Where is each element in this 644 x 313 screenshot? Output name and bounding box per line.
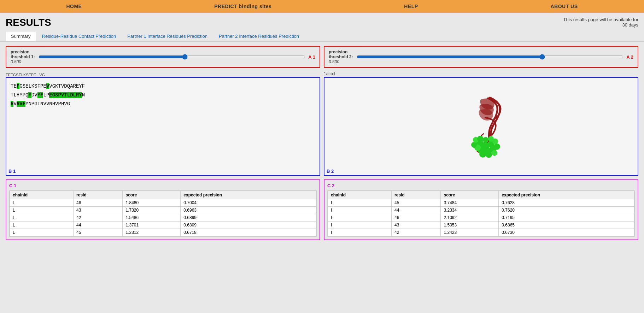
cell-score: 1.2423: [441, 229, 499, 236]
threshold1-label1: precision: [11, 49, 35, 54]
aa-residue: Y: [19, 92, 22, 98]
aa-residue: K: [31, 83, 34, 89]
cell-chainid: I: [328, 214, 392, 222]
c1-label: C 1: [9, 183, 317, 188]
sequence-display[interactable]: TEFGSELKSFPEVVGKTVDQAREYFTLHYPQYDVYFLPEG…: [6, 78, 320, 170]
aa-residue: E: [13, 83, 16, 89]
tabs-bar: Summary Residue-Residue Contact Predicti…: [0, 30, 644, 42]
c2-table-wrapper[interactable]: chainId resId score expected precision I…: [327, 190, 635, 237]
cell-ep: 0.6865: [499, 222, 634, 229]
cell-ep: 0.7628: [499, 199, 634, 207]
cell-resid: 42: [74, 214, 123, 222]
aa-residue: K: [55, 83, 58, 89]
c1-table-wrapper[interactable]: chainId resId score expected precision L…: [9, 190, 317, 237]
cell-chainid: I: [328, 222, 392, 229]
aa-residue: P: [23, 92, 25, 98]
aa-residue: F: [37, 83, 40, 89]
aa-residue: G: [67, 101, 70, 107]
tab-partner2[interactable]: Partner 2 Interface Residues Prediction: [213, 31, 304, 41]
c1-col-resid: resId: [74, 191, 123, 199]
cell-chainid: I: [328, 199, 392, 207]
threshold1-slider[interactable]: [39, 54, 306, 60]
page-title: RESULTS: [6, 17, 51, 28]
nav-help[interactable]: HELP: [393, 4, 428, 9]
protein-structure-svg: [439, 84, 523, 169]
cell-resid: 45: [74, 229, 123, 236]
b2-label: B 2: [327, 169, 334, 174]
c2-col-ep: expected precision: [499, 191, 634, 199]
svg-point-9: [492, 150, 497, 156]
aa-residue: Y: [37, 92, 40, 98]
threshold2-slider[interactable]: [357, 54, 624, 60]
c2-label: C 2: [327, 183, 635, 188]
cell-ep: 0.6899: [181, 214, 316, 222]
aa-residue: T: [58, 83, 61, 89]
aa-residue: V: [55, 101, 58, 107]
aa-residue: L: [13, 92, 16, 98]
cell-resid: 45: [392, 199, 441, 207]
threshold-box-2: precision threshold 2: 0.500 A 2: [324, 46, 638, 68]
aa-residue: P: [58, 92, 61, 98]
cell-ep: 0.6809: [181, 222, 316, 229]
aa-residue: D: [70, 92, 73, 98]
c2-col-resid: resId: [392, 191, 441, 199]
nav-home[interactable]: HOME: [55, 4, 92, 9]
aa-residue: Y: [79, 92, 82, 98]
aa-residue: G: [52, 83, 55, 89]
aa-residue: E: [43, 83, 46, 89]
table-row: L 45 1.2312 0.6718: [10, 229, 316, 236]
aa-residue: H: [17, 92, 19, 98]
cell-ep: 0.6718: [181, 229, 316, 236]
svg-point-14: [477, 136, 484, 142]
aa-residue: S: [55, 92, 58, 98]
threshold2-id: A 2: [626, 54, 633, 60]
table-row: I 43 1.5053 0.6865: [328, 222, 634, 229]
c2-box: C 2 chainId resId score expected precisi…: [324, 179, 638, 240]
cell-resid: 43: [74, 207, 123, 214]
cell-chainid: L: [10, 199, 74, 207]
aa-residue: N: [82, 92, 85, 98]
cell-score: 1.5486: [123, 214, 181, 222]
aa-residue: V: [19, 101, 22, 107]
cell-resid: 44: [392, 207, 441, 214]
c-section: C 1 chainId resId score expected precisi…: [6, 179, 638, 240]
svg-point-12: [471, 142, 477, 148]
table-row: I 46 2.1092 0.7195: [328, 214, 634, 222]
c1-col-ep: expected precision: [181, 191, 316, 199]
cell-score: 3.2334: [441, 207, 499, 214]
aa-residue: L: [28, 83, 31, 89]
svg-point-7: [479, 150, 486, 158]
threshold-box-1: precision threshold 1: 0.500 A 1: [6, 46, 320, 68]
table-row: I 45 3.7484 0.7628: [328, 199, 634, 207]
cell-ep: 0.7620: [499, 207, 634, 214]
aa-residue: V: [49, 83, 52, 89]
threshold1-label2: threshold 1:: [11, 54, 35, 59]
viewer-box: [324, 78, 638, 175]
cell-chainid: L: [10, 222, 74, 229]
threshold2-label1: precision: [329, 49, 353, 54]
aa-residue: T: [64, 92, 67, 98]
page-header: RESULTS This results page will be availa…: [0, 13, 644, 30]
aa-residue: G: [34, 101, 37, 107]
cell-chainid: L: [10, 214, 74, 222]
cell-score: 2.1092: [441, 214, 499, 222]
aa-residue: V: [64, 101, 67, 107]
cell-resid: 42: [392, 229, 441, 236]
nav-predict[interactable]: PREDICT binding sites: [204, 4, 282, 9]
nav-about[interactable]: ABOUT US: [540, 4, 588, 9]
aa-residue: G: [19, 83, 22, 89]
cell-chainid: L: [10, 229, 74, 236]
table-row: I 42 1.2423 0.6730: [328, 229, 634, 236]
aa-residue: V: [43, 101, 46, 107]
cell-chainid: L: [10, 207, 74, 214]
threshold-row: precision threshold 1: 0.500 A 1 precisi…: [6, 46, 638, 68]
tab-rr-contact[interactable]: Residue-Residue Contact Prediction: [37, 31, 122, 41]
aa-residue: G: [52, 92, 55, 98]
availability-notice: This results page will be available for …: [561, 17, 638, 28]
aa-residue: L: [73, 92, 76, 98]
aa-residue: R: [17, 101, 19, 107]
tab-summary[interactable]: Summary: [6, 31, 36, 41]
aa-residue: F: [17, 83, 19, 89]
aa-residue: V: [13, 101, 16, 107]
tab-partner1[interactable]: Partner 1 Interface Residues Prediction: [122, 31, 213, 41]
